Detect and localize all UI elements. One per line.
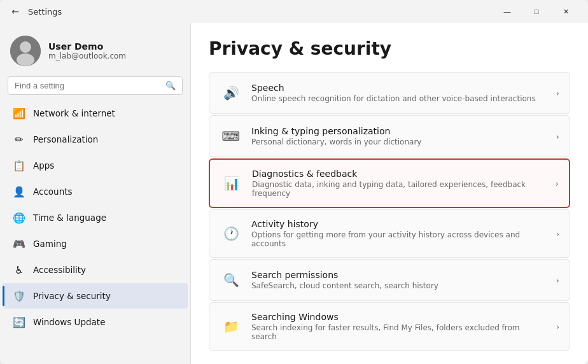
privacy-security-icon: 🛡️	[13, 290, 25, 302]
gaming-icon: 🎮	[13, 237, 25, 250]
sidebar-item-label: Accounts	[33, 186, 73, 197]
user-email: m_lab@outlook.com	[48, 52, 126, 60]
sidebar-item-label: Personalization	[33, 134, 98, 144]
sidebar-item-accessibility[interactable]: ♿ Accessibility	[3, 257, 188, 283]
main-layout: User Demo m_lab@outlook.com 🔍 📶 Network …	[0, 23, 588, 364]
svg-point-1	[20, 41, 31, 53]
user-section: User Demo m_lab@outlook.com	[0, 28, 190, 76]
speech-text: Speech Online speech recognition for dic…	[251, 83, 547, 103]
personalization-icon: ✏️	[13, 133, 25, 146]
searching-windows-text: Searching Windows Search indexing for fa…	[251, 312, 547, 341]
accessibility-icon: ♿	[13, 263, 25, 276]
title-bar: ← Settings — □ ✕	[0, 0, 588, 23]
speech-icon: 🔊	[220, 81, 242, 104]
search-icon: 🔍	[165, 81, 176, 90]
activity-history-icon: 🕐	[220, 222, 242, 245]
apps-icon: 📋	[13, 159, 25, 172]
inking-typing-chevron: ›	[556, 132, 559, 141]
minimize-button[interactable]: —	[493, 0, 522, 23]
activity-history-desc: Options for getting more from your activ…	[251, 230, 547, 248]
content-area: Privacy & security 🔊 Speech Online speec…	[191, 23, 588, 364]
sidebar-item-label: Privacy & security	[33, 291, 111, 301]
searching-windows-title: Searching Windows	[251, 312, 547, 322]
speech-title: Speech	[251, 83, 547, 93]
activity-history-chevron: ›	[556, 229, 559, 239]
settings-item-search-permissions[interactable]: 🔍 Search permissions SafeSearch, cloud c…	[209, 259, 570, 301]
maximize-button[interactable]: □	[522, 0, 551, 23]
diagnostics-chevron: ›	[556, 179, 559, 188]
close-button[interactable]: ✕	[551, 0, 580, 23]
diagnostics-text: Diagnostics & feedback Diagnostic data, …	[252, 169, 547, 198]
sidebar-item-label: Apps	[33, 160, 54, 171]
sidebar-item-label: Gaming	[33, 239, 67, 249]
sidebar-item-personalization[interactable]: ✏️ Personalization	[3, 127, 188, 152]
sidebar-item-label: Network & internet	[33, 108, 115, 118]
diagnostics-title: Diagnostics & feedback	[252, 169, 547, 179]
time-language-icon: 🌐	[13, 211, 25, 224]
sidebar-item-accounts[interactable]: 👤 Accounts	[3, 179, 188, 204]
accounts-icon: 👤	[13, 185, 25, 198]
search-permissions-text: Search permissions SafeSearch, cloud con…	[251, 270, 547, 290]
sidebar-item-privacy-security[interactable]: 🛡️ Privacy & security	[3, 283, 188, 309]
inking-typing-desc: Personal dictionary, words in your dicti…	[251, 137, 547, 146]
user-info: User Demo m_lab@outlook.com	[48, 41, 126, 60]
title-bar-label: Settings	[28, 7, 487, 17]
sidebar-item-gaming[interactable]: 🎮 Gaming	[3, 231, 188, 256]
search-permissions-chevron: ›	[556, 276, 559, 285]
sidebar-item-network[interactable]: 📶 Network & internet	[3, 101, 188, 126]
sidebar: User Demo m_lab@outlook.com 🔍 📶 Network …	[0, 23, 191, 364]
network-icon: 📶	[13, 107, 25, 120]
speech-chevron: ›	[556, 88, 559, 98]
settings-list: 🔊 Speech Online speech recognition for d…	[209, 72, 570, 351]
diagnostics-icon: 📊	[220, 172, 243, 195]
sidebar-item-time-language[interactable]: 🌐 Time & language	[3, 205, 188, 230]
settings-item-inking-typing[interactable]: ⌨️ Inking & typing personalization Perso…	[209, 115, 570, 157]
search-permissions-desc: SafeSearch, cloud content search, search…	[251, 281, 547, 290]
search-box[interactable]: 🔍	[8, 76, 183, 95]
search-input[interactable]	[15, 81, 162, 90]
searching-windows-desc: Search indexing for faster results, Find…	[251, 323, 547, 341]
settings-item-speech[interactable]: 🔊 Speech Online speech recognition for d…	[209, 72, 570, 114]
inking-typing-icon: ⌨️	[220, 125, 242, 148]
search-permissions-title: Search permissions	[251, 270, 547, 280]
back-button[interactable]: ←	[8, 4, 23, 19]
settings-item-searching-windows[interactable]: 📁 Searching Windows Search indexing for …	[209, 302, 570, 351]
svg-point-2	[17, 53, 34, 66]
sidebar-item-apps[interactable]: 📋 Apps	[3, 153, 188, 178]
searching-windows-icon: 📁	[220, 315, 242, 338]
activity-history-text: Activity history Options for getting mor…	[251, 219, 547, 248]
inking-typing-title: Inking & typing personalization	[251, 126, 547, 136]
settings-item-activity-history[interactable]: 🕐 Activity history Options for getting m…	[209, 209, 570, 258]
settings-window: ← Settings — □ ✕ User Demo m_	[0, 0, 588, 364]
speech-desc: Online speech recognition for dictation …	[251, 94, 547, 103]
window-controls: — □ ✕	[493, 0, 580, 23]
search-permissions-icon: 🔍	[220, 269, 242, 291]
windows-update-icon: 🔄	[13, 316, 25, 328]
avatar	[10, 36, 41, 66]
nav-list: 📶 Network & internet ✏️ Personalization …	[0, 100, 190, 335]
page-title: Privacy & security	[209, 38, 570, 59]
user-name: User Demo	[48, 41, 126, 52]
sidebar-item-label: Accessibility	[33, 265, 86, 275]
activity-history-title: Activity history	[251, 219, 547, 229]
sidebar-item-label: Windows Update	[33, 317, 105, 327]
settings-item-diagnostics[interactable]: 📊 Diagnostics & feedback Diagnostic data…	[209, 158, 570, 208]
inking-typing-text: Inking & typing personalization Personal…	[251, 126, 547, 146]
sidebar-item-windows-update[interactable]: 🔄 Windows Update	[3, 309, 188, 335]
diagnostics-desc: Diagnostic data, inking and typing data,…	[252, 180, 547, 198]
searching-windows-chevron: ›	[556, 322, 559, 332]
sidebar-item-label: Time & language	[33, 213, 106, 223]
